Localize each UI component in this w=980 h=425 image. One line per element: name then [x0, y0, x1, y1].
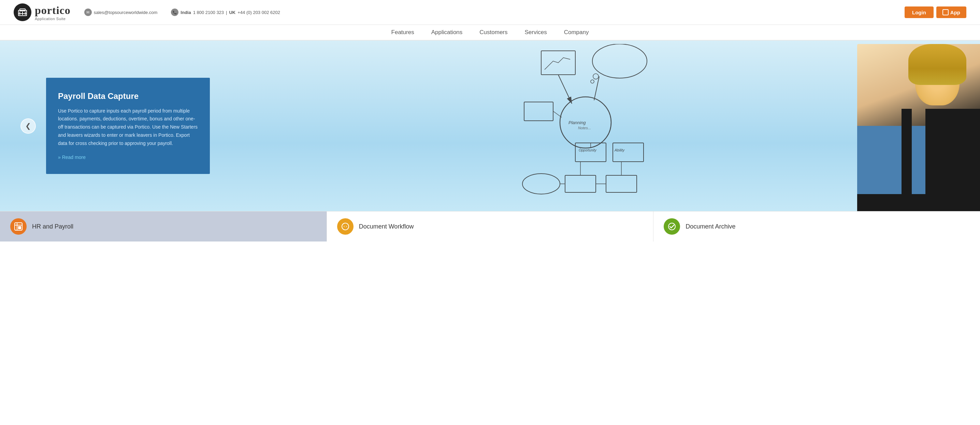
prev-button[interactable]: ❮: [21, 118, 36, 134]
nav-features[interactable]: Features: [391, 29, 414, 36]
bottom-item-workflow[interactable]: Document Workflow: [327, 211, 654, 241]
svg-text:Ability: Ability: [614, 148, 625, 152]
svg-rect-33: [18, 226, 21, 229]
hero-title: Payroll Data Capture: [58, 91, 198, 101]
phone-contact: 📞 India 1 800 2100 323 | UK +44 (0) 203 …: [171, 8, 280, 16]
hr-label: HR and Payroll: [32, 223, 73, 230]
email-contact: ✉ sales@topsourceworldwide.com: [84, 8, 158, 16]
app-button[interactable]: App: [936, 6, 966, 18]
hero-body: Use Portico to capture inputs each payro…: [58, 107, 198, 148]
logo: portico Application Suite: [14, 3, 71, 21]
hero-left: ❮ Payroll Data Capture Use Portico to ca…: [0, 41, 511, 211]
workflow-icon: [337, 218, 353, 235]
email-address: sales@topsourceworldwide.com: [94, 10, 158, 15]
nav-customers[interactable]: Customers: [479, 29, 508, 36]
archive-icon: [664, 218, 680, 235]
svg-line-19: [553, 111, 562, 117]
read-more-link[interactable]: » Read more: [58, 154, 86, 160]
nav-company[interactable]: Company: [564, 29, 589, 36]
header-buttons: Login App: [905, 6, 966, 18]
svg-text:Planning: Planning: [568, 120, 586, 125]
svg-line-11: [558, 75, 572, 104]
prev-arrow-icon: ❮: [25, 122, 31, 130]
header: portico Application Suite ✉ sales@topsou…: [0, 0, 980, 25]
svg-point-7: [592, 44, 647, 78]
bottom-item-hr[interactable]: HR and Payroll: [0, 211, 327, 241]
logo-icon: [14, 3, 32, 21]
svg-point-8: [593, 74, 598, 79]
bottom-item-archive[interactable]: Document Archive: [654, 211, 980, 241]
logo-name: portico: [35, 4, 71, 17]
workflow-label: Document Workflow: [359, 223, 414, 230]
phone-separator: |: [226, 10, 227, 15]
email-icon: ✉: [84, 8, 92, 16]
svg-rect-14: [613, 143, 644, 162]
svg-line-12: [594, 76, 599, 100]
hero-section: ❮ Payroll Data Capture Use Portico to ca…: [0, 41, 980, 211]
svg-point-16: [522, 174, 560, 194]
whiteboard-diagram: Planning Notes... Opportunity Ability: [521, 44, 664, 208]
main-nav: Features Applications Customers Services…: [0, 25, 980, 41]
hr-icon: [10, 218, 27, 235]
bottom-bar: HR and Payroll Document Workflow Documen…: [0, 211, 980, 241]
hero-right: Planning Notes... Opportunity Ability: [511, 41, 980, 211]
nav-applications[interactable]: Applications: [431, 29, 463, 36]
svg-point-9: [591, 80, 594, 83]
phone-india-label: India: [180, 10, 191, 15]
svg-rect-18: [606, 175, 637, 192]
archive-label: Document Archive: [686, 223, 735, 230]
person-image: [857, 44, 980, 211]
phone-uk-number: +44 (0) 203 002 6202: [237, 10, 280, 15]
login-button[interactable]: Login: [905, 6, 934, 18]
phone-uk-label: UK: [229, 10, 235, 15]
app-icon: [942, 9, 948, 15]
nav-services[interactable]: Services: [525, 29, 547, 36]
logo-text: portico Application Suite: [35, 4, 71, 21]
logo-subtitle: Application Suite: [35, 17, 71, 21]
app-label: App: [950, 10, 960, 15]
svg-text:Opportunity: Opportunity: [579, 148, 597, 152]
phone-india-number: 1 800 2100 323: [193, 10, 224, 15]
svg-rect-13: [524, 102, 553, 121]
phone-icon: 📞: [171, 8, 178, 16]
svg-point-35: [344, 225, 346, 227]
svg-rect-17: [565, 175, 596, 192]
content-box: Payroll Data Capture Use Portico to capt…: [46, 78, 210, 174]
svg-text:Notes...: Notes...: [578, 126, 591, 130]
